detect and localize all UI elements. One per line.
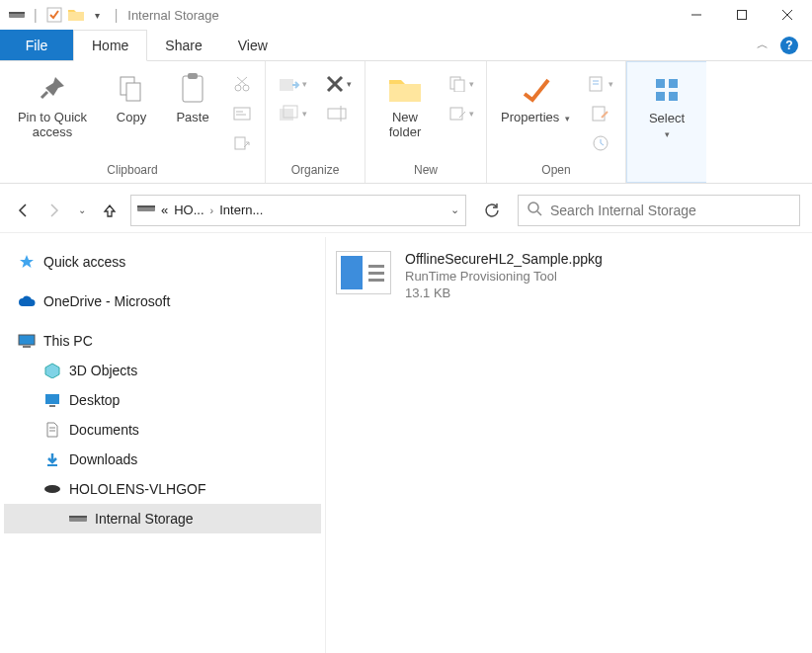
paste-icon: [175, 71, 210, 107]
select-button[interactable]: Select▾: [637, 68, 696, 141]
maximize-button[interactable]: [719, 0, 765, 30]
select-label: Select▾: [649, 112, 685, 141]
tab-view[interactable]: View: [220, 30, 285, 60]
group-select-label: [637, 160, 696, 180]
qat-separator: |: [34, 7, 38, 23]
new-folder-button[interactable]: New folder: [375, 67, 435, 140]
file-name: OfflineSecureHL2_Sample.ppkg: [405, 251, 603, 267]
new-item-icon[interactable]: ▾: [447, 71, 476, 97]
svg-rect-35: [593, 107, 605, 121]
paste-button[interactable]: Paste: [168, 67, 217, 125]
edit-icon[interactable]: [586, 101, 615, 126]
delete-icon[interactable]: ▾: [321, 71, 355, 97]
rename-icon[interactable]: [321, 101, 355, 126]
collapse-ribbon-icon[interactable]: ︿: [757, 37, 769, 53]
breadcrumb-2[interactable]: Intern...: [219, 203, 263, 217]
svg-point-43: [528, 203, 538, 212]
pc-icon: [18, 332, 36, 350]
tree-quick-access[interactable]: Quick access: [4, 247, 321, 277]
tree-internal-storage-label: Internal Storage: [95, 511, 194, 527]
cloud-icon: [18, 292, 36, 310]
qat-separator-2: |: [115, 7, 119, 23]
file-item[interactable]: OfflineSecureHL2_Sample.ppkg RunTime Pro…: [336, 251, 802, 300]
svg-line-15: [238, 77, 247, 85]
svg-point-14: [243, 85, 249, 91]
close-button[interactable]: [765, 0, 810, 30]
nav-recent-dropdown[interactable]: ⌄: [75, 200, 89, 221]
tree-downloads[interactable]: Downloads: [4, 445, 321, 474]
properties-icon: [518, 71, 553, 107]
breadcrumb-1[interactable]: HO...: [174, 203, 203, 217]
address-dropdown-icon[interactable]: ⌄: [450, 204, 459, 216]
svg-rect-28: [389, 84, 421, 102]
svg-rect-20: [235, 137, 245, 149]
properties-check-icon[interactable]: [45, 6, 63, 24]
tree-3d-objects[interactable]: 3D Objects: [4, 356, 321, 385]
paste-shortcut-icon[interactable]: [229, 130, 255, 156]
storage-icon: [69, 510, 87, 528]
search-icon: [527, 201, 542, 219]
minimize-button[interactable]: [674, 0, 719, 30]
svg-rect-26: [328, 109, 346, 119]
ribbon: Pin to Quick access Copy Paste: [0, 61, 812, 184]
tree-desktop-label: Desktop: [69, 392, 120, 408]
pin-label: Pin to Quick access: [10, 111, 95, 140]
file-list: OfflineSecureHL2_Sample.ppkg RunTime Pro…: [326, 237, 812, 653]
svg-rect-45: [19, 335, 35, 345]
help-icon[interactable]: ?: [780, 37, 798, 54]
svg-line-16: [237, 77, 246, 85]
open-with-icon[interactable]: ▾: [586, 71, 615, 97]
quick-access-toolbar: | ▾ |: [2, 6, 122, 24]
group-organize-label: Organize: [276, 161, 355, 181]
new-folder-icon: [387, 71, 423, 107]
refresh-button[interactable]: [476, 195, 508, 226]
copy-to-icon[interactable]: ▾: [276, 101, 309, 126]
file-thumbnail-icon: [336, 251, 391, 294]
easy-access-icon[interactable]: ▾: [447, 101, 476, 126]
window-title: Internal Storage: [127, 8, 219, 23]
nav-up-button[interactable]: [99, 200, 121, 221]
svg-rect-1: [9, 12, 25, 14]
tree-hololens[interactable]: HOLOLENS-VLHGOF: [4, 474, 321, 504]
svg-rect-5: [738, 11, 747, 20]
nav-forward-button[interactable]: [43, 200, 65, 221]
navigation-tree: Quick access OneDrive - Microsoft This P…: [0, 237, 326, 653]
drive-small-icon: [137, 203, 155, 217]
svg-point-52: [44, 485, 60, 493]
tree-internal-storage[interactable]: Internal Storage: [4, 504, 321, 533]
tree-onedrive[interactable]: OneDrive - Microsoft: [4, 286, 321, 316]
chevron-right-icon[interactable]: ›: [210, 204, 214, 216]
title-bar: | ▾ | Internal Storage: [0, 0, 812, 30]
cut-icon[interactable]: [229, 71, 255, 97]
properties-button[interactable]: Properties ▾: [497, 67, 574, 125]
move-to-icon[interactable]: ▾: [276, 71, 309, 97]
tab-share[interactable]: Share: [147, 30, 219, 60]
pin-to-quick-access-button[interactable]: Pin to Quick access: [10, 67, 95, 140]
history-icon[interactable]: [586, 130, 615, 156]
tree-onedrive-label: OneDrive - Microsoft: [43, 293, 170, 309]
copy-label: Copy: [117, 111, 146, 125]
tab-home[interactable]: Home: [73, 30, 147, 61]
folder-icon[interactable]: [67, 6, 85, 24]
search-input[interactable]: [550, 203, 791, 218]
group-organize: ▾ ▾ ▾ Organize: [266, 61, 365, 183]
copy-button[interactable]: Copy: [107, 67, 156, 125]
drive-icon: [8, 6, 26, 24]
copy-path-icon[interactable]: [229, 101, 255, 126]
tree-desktop[interactable]: Desktop: [4, 385, 321, 415]
properties-label: Properties ▾: [501, 111, 570, 125]
tree-this-pc[interactable]: This PC: [4, 326, 321, 356]
search-box[interactable]: [518, 195, 800, 226]
tree-documents[interactable]: Documents: [4, 415, 321, 445]
pin-icon: [35, 71, 70, 107]
qat-dropdown-icon[interactable]: ▾: [89, 6, 107, 24]
group-new-label: New: [375, 161, 476, 181]
svg-rect-12: [188, 73, 198, 79]
download-arrow-icon: [43, 450, 61, 468]
address-bar[interactable]: « HO... › Intern... ⌄: [130, 195, 466, 226]
svg-rect-48: [49, 405, 55, 407]
nav-back-button[interactable]: [12, 200, 34, 221]
cube-icon: [43, 362, 61, 379]
tab-file[interactable]: File: [0, 30, 73, 60]
svg-rect-31: [450, 108, 462, 120]
